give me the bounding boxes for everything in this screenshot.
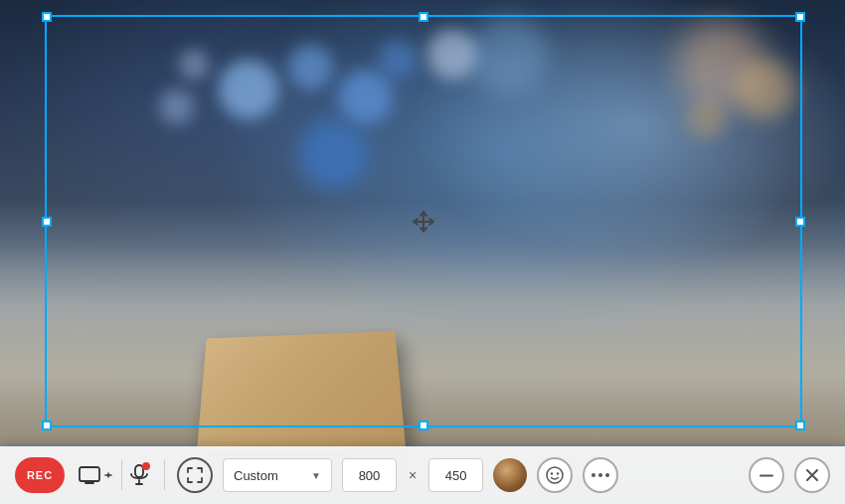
- chevron-down-icon: ▼: [311, 470, 321, 481]
- avatar[interactable]: [493, 458, 527, 492]
- bokeh-circle: [298, 119, 368, 189]
- bokeh-circle: [219, 60, 278, 119]
- minimize-button[interactable]: [749, 457, 784, 493]
- width-input[interactable]: [342, 458, 397, 492]
- resolution-dropdown[interactable]: Custom ▼: [223, 458, 332, 492]
- mic-button[interactable]: [126, 460, 152, 490]
- bokeh-circle: [467, 15, 547, 94]
- close-button[interactable]: [794, 457, 830, 493]
- svg-point-5: [592, 473, 595, 477]
- emoji-button[interactable]: [537, 457, 573, 493]
- bokeh-circle: [179, 50, 209, 80]
- svg-point-6: [598, 473, 602, 477]
- background-scene: [0, 0, 845, 504]
- bokeh-circle: [378, 40, 418, 80]
- toolbar-divider-2: [164, 460, 165, 490]
- screen-button[interactable]: [75, 462, 117, 488]
- svg-point-7: [605, 473, 609, 477]
- more-options-button[interactable]: [583, 457, 618, 493]
- recording-toolbar: REC Custo: [0, 446, 845, 504]
- book-prop: [197, 331, 406, 450]
- bokeh-circle: [686, 99, 726, 139]
- svg-point-4: [557, 472, 559, 474]
- avatar-image: [493, 458, 527, 492]
- dimension-separator: ×: [409, 467, 417, 483]
- screen-mic-group: [75, 460, 152, 490]
- mic-active-indicator: [142, 462, 150, 470]
- table-surface: [0, 246, 845, 444]
- bokeh-circle: [736, 60, 795, 119]
- bokeh-circle: [338, 70, 393, 124]
- svg-point-3: [551, 472, 553, 474]
- svg-rect-0: [80, 467, 99, 481]
- bokeh-circle: [159, 89, 194, 124]
- bokeh-circle: [288, 45, 333, 89]
- height-input[interactable]: [428, 458, 483, 492]
- dropdown-value: Custom: [234, 468, 278, 483]
- toolbar-divider: [121, 460, 122, 490]
- expand-button[interactable]: [177, 457, 213, 493]
- svg-point-2: [547, 467, 563, 483]
- rec-button[interactable]: REC: [15, 457, 65, 493]
